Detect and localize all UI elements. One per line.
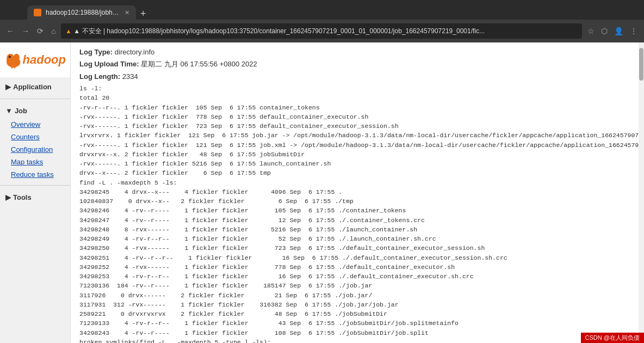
sidebar-item-reduce-tasks[interactable]: Reduce tasks — [0, 168, 70, 181]
bottom-watermark: CSDN @在人间负债 — [581, 333, 644, 343]
extensions-icon[interactable]: ⬡ — [599, 24, 610, 38]
svg-rect-6 — [14, 65, 15, 69]
profile-icon[interactable]: 👤 — [612, 24, 626, 38]
sidebar-tools-header[interactable]: ▶ Tools — [0, 190, 70, 205]
tab-bar: hadoop102:19888/jobhistory/lo... ✕ + — [0, 0, 644, 20]
tools-arrow-icon: ▶ — [5, 193, 11, 201]
reload-button[interactable]: ⟳ — [35, 24, 46, 38]
home-button[interactable]: ⌂ — [49, 24, 58, 38]
sidebar-job-header[interactable]: ▼ Job — [0, 103, 70, 118]
overview-label: Overview — [11, 120, 40, 128]
main-content[interactable]: Log Type: directory.info Log Upload Time… — [71, 42, 639, 343]
sidebar-divider-1 — [0, 99, 70, 99]
tab-title: hadoop102:19888/jobhistory/lo... — [46, 9, 120, 16]
svg-point-3 — [9, 56, 11, 58]
svg-point-2 — [14, 54, 20, 62]
security-warning-icon: ▲ — [65, 28, 71, 34]
reduce-tasks-label: Reduce tasks — [11, 170, 54, 179]
url-bar[interactable]: ▲ ▲ 不安全 | hadoop102:19888/jobhistory/log… — [61, 23, 582, 39]
sidebar-divider-2 — [0, 185, 70, 186]
tab-close-button[interactable]: ✕ — [125, 9, 129, 16]
application-label: Application — [13, 83, 52, 91]
job-label: Job — [15, 107, 27, 115]
url-text: ▲ 不安全 | hadoop102:19888/jobhistory/logs/… — [73, 27, 485, 36]
svg-point-4 — [7, 58, 10, 64]
application-arrow-icon: ▶ — [5, 83, 11, 91]
log-section-1: Log Type: directory.info Log Upload Time… — [79, 48, 630, 343]
map-tasks-label: Map tasks — [11, 158, 43, 166]
scrollbar-thumb[interactable] — [639, 48, 643, 81]
log-length-1-value: 2334 — [122, 72, 138, 81]
counters-label: Counters — [11, 133, 40, 141]
more-icon[interactable]: ⋮ — [628, 24, 640, 38]
sidebar-item-configuration[interactable]: Configuration — [0, 143, 70, 156]
logo-area: hadoop — [0, 42, 70, 77]
sidebar-item-counters[interactable]: Counters — [0, 131, 70, 143]
log-length-1-meta: Log Length: 2334 — [79, 72, 630, 81]
log-type-1-type-label: Log Type: — [79, 48, 113, 56]
sidebar-item-map-tasks[interactable]: Map tasks — [0, 156, 70, 168]
sidebar-tools-section: ▶ Tools — [0, 188, 70, 207]
watermark-text: CSDN @在人间负债 — [585, 334, 640, 341]
address-bar: ← → ⟳ ⌂ ▲ ▲ 不安全 | hadoop102:19888/jobhis… — [0, 20, 644, 42]
log-upload-1-label: Log Upload Time: — [79, 60, 139, 68]
log-length-1-label: Log Length: — [79, 72, 120, 81]
svg-rect-5 — [11, 65, 13, 69]
log-upload-1-meta: Log Upload Time: 星期二 九月 06 17:55:56 +080… — [79, 59, 630, 69]
back-button[interactable]: ← — [4, 24, 16, 38]
log-upload-1-value: 星期二 九月 06 17:55:56 +0800 2022 — [141, 60, 257, 68]
job-arrow-icon: ▼ — [5, 107, 13, 115]
hadoop-logo-text: hadoop — [23, 53, 66, 67]
new-tab-button[interactable]: + — [136, 8, 151, 20]
sidebar-application-section: ▶ Application — [0, 77, 70, 96]
toolbar-icons: ☆ ⬡ 👤 ⋮ — [585, 24, 640, 38]
configuration-label: Configuration — [11, 145, 53, 154]
active-tab[interactable]: hadoop102:19888/jobhistory/lo... ✕ — [27, 5, 136, 20]
log-type-1-meta: Log Type: directory.info — [79, 48, 630, 56]
tab-favicon — [34, 9, 41, 16]
browser-chrome: hadoop102:19888/jobhistory/lo... ✕ + ← →… — [0, 0, 644, 42]
bookmark-icon[interactable]: ☆ — [585, 24, 597, 38]
log-type-1-type-value: directory.info — [115, 48, 154, 56]
sidebar-job-section: ▼ Job Overview Counters Configuration Ma… — [0, 101, 70, 183]
vertical-scrollbar[interactable] — [639, 42, 644, 343]
sidebar: hadoop ▶ Application ▼ Job Overview Coun… — [0, 42, 71, 343]
sidebar-item-overview[interactable]: Overview — [0, 118, 70, 131]
tools-label: Tools — [13, 193, 32, 201]
hadoop-logo-icon — [4, 47, 23, 73]
sidebar-application-header[interactable]: ▶ Application — [0, 79, 70, 94]
app-container: hadoop ▶ Application ▼ Job Overview Coun… — [0, 42, 644, 343]
forward-button[interactable]: → — [20, 24, 32, 38]
log-content-1: ls -l: total 20 -rv-r--r--. 1 fickler fi… — [79, 84, 630, 343]
